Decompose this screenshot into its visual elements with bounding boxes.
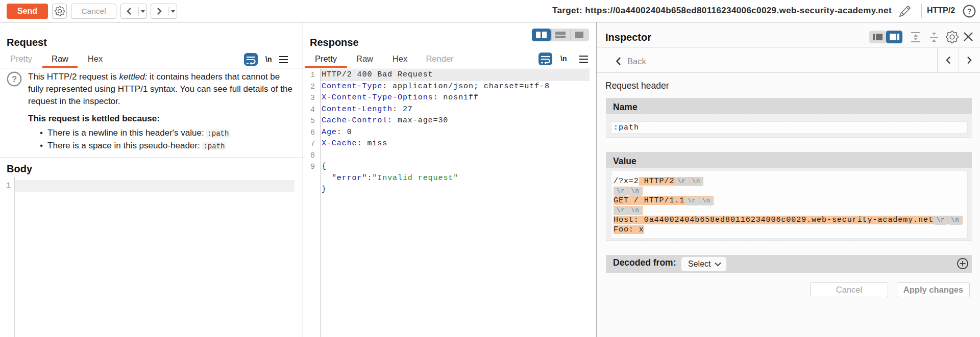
svg-text:?: ? bbox=[967, 7, 972, 15]
svg-text:?: ? bbox=[12, 74, 17, 84]
